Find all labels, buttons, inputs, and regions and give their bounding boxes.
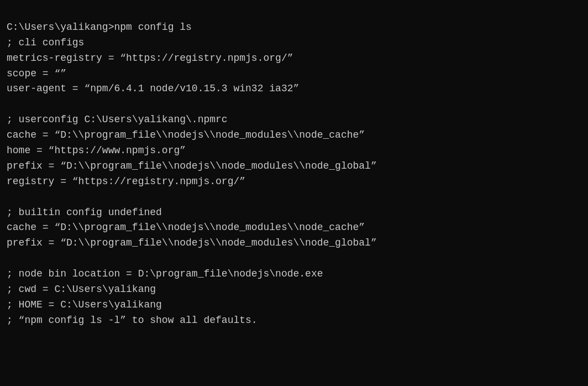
terminal-line-line10: prefix = “D:\\program_file\\nodejs\\node… (7, 159, 581, 174)
terminal-line-line14: cache = “D:\\program_file\\nodejs\\node_… (7, 220, 581, 236)
terminal-line-line9: home = “https://www.npmjs.org” (7, 143, 581, 159)
terminal-line-line17: ; node bin location = D:\program_file\no… (7, 267, 581, 282)
terminal-line-line1: C:\Users\yalikang>npm config ls (7, 20, 581, 35)
terminal-line-line19: ; HOME = C:\Users\yalikang (7, 298, 581, 313)
terminal-empty-line (7, 251, 581, 267)
terminal-empty-line (7, 190, 581, 205)
terminal-line-line8: cache = “D:\\program_file\\nodejs\\node_… (7, 128, 581, 143)
terminal-line-line18: ; cwd = C:\Users\yalikang (7, 282, 581, 298)
terminal-line-line5: user-agent = “npm/6.4.1 node/v10.15.3 wi… (7, 81, 581, 97)
terminal-line-line3: metrics-registry = “https://registry.npm… (7, 51, 581, 66)
terminal-line-line20: ; “npm config ls -l” to show all default… (7, 313, 581, 328)
terminal-line-line13: ; builtin config undefined (7, 205, 581, 221)
terminal-line-line4: scope = “” (7, 66, 581, 82)
terminal-line-line2: ; cli configs (7, 35, 581, 51)
terminal-line-line11: registry = “https://registry.npmjs.org/” (7, 174, 581, 190)
terminal-line-line15: prefix = “D:\\program_file\\nodejs\\node… (7, 236, 581, 251)
terminal-empty-line (7, 97, 581, 112)
terminal-window[interactable]: C:\Users\yalikang>npm config ls; cli con… (0, 0, 588, 386)
terminal-line-line7: ; userconfig C:\Users\yalikang\.npmrc (7, 112, 581, 128)
